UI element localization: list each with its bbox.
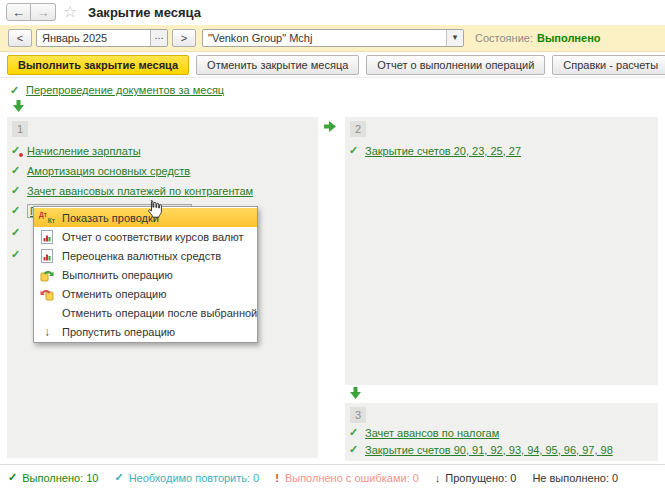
- previous-period-button[interactable]: <: [8, 29, 32, 47]
- menu-item-skip-operation[interactable]: ↓ Пропустить операцию: [34, 322, 257, 341]
- period-toolbar: < Январь 2025 ... > "Venkon Group" Mchj …: [0, 25, 665, 52]
- perform-closing-button[interactable]: Выполнить закрытие месяца: [7, 55, 189, 75]
- status-done-label: Выполнено:: [22, 472, 83, 484]
- window-header: ← → ☆ Закрытие месяца: [0, 0, 665, 25]
- period-value: Январь 2025: [42, 32, 107, 44]
- next-period-button[interactable]: >: [172, 29, 196, 47]
- menu-item-label: Отменить операции после выбранной: [62, 307, 257, 319]
- skip-arrow-icon: ↓: [435, 472, 441, 484]
- done-check-icon: ✓: [8, 471, 17, 484]
- done-check-icon: ✓: [349, 426, 365, 439]
- flow-down-arrow-icon: [13, 100, 24, 112]
- context-menu: ДтКт Показать проводки Отчет о соответст…: [33, 206, 258, 343]
- period-picker-button[interactable]: ...: [150, 30, 167, 46]
- reposting-row: ✓ Перепроведение документов за месяц: [0, 82, 224, 98]
- stage-2-panel: 2 ✓ Закрытие счетов 20, 23, 25, 27: [345, 117, 658, 385]
- reposting-link[interactable]: Перепроведение документов за месяц: [26, 84, 224, 96]
- done-check-icon: ✓: [11, 184, 27, 197]
- forward-icon: →: [37, 5, 50, 20]
- stage-number-badge: 3: [350, 407, 366, 423]
- operation-row: ✓ Амортизация основных средств: [7, 161, 318, 180]
- status-done-value: 10: [86, 472, 98, 484]
- operation-row: ✓ Закрытие счетов 90, 91, 92, 93, 94, 95…: [345, 441, 658, 458]
- stage-number-badge: 2: [350, 121, 366, 137]
- organization-value: "Venkon Group" Mchj: [208, 32, 312, 44]
- skip-operation-icon: ↓: [38, 324, 56, 339]
- status-bar: ✓ Выполнено: 10 ✓ Необходимо повторить: …: [0, 464, 665, 490]
- stage-2-operations: ✓ Закрытие счетов 20, 23, 25, 27: [345, 141, 658, 161]
- operation-link-tax-advances[interactable]: Зачет авансов по налогам: [365, 427, 499, 439]
- operation-link-close-accounts-90[interactable]: Закрытие счетов 90, 91, 92, 93, 94, 95, …: [365, 444, 613, 456]
- status-repeat-value: 0: [253, 472, 259, 484]
- menu-item-currency-rates-report[interactable]: Отчет о соответствии курсов валют: [34, 227, 257, 246]
- operation-row: ✓ Зачет авансовых платежей по контрагент…: [7, 181, 318, 200]
- done-check-icon: ✓: [10, 84, 26, 97]
- status-repeat-label: Необходимо повторить:: [129, 472, 250, 484]
- status-skipped: ↓ Пропущено: 0: [435, 472, 517, 484]
- done-check-icon: ✓: [11, 226, 27, 239]
- menu-item-label: Переоценка валютных средств: [62, 250, 221, 262]
- status-not-done-label: Не выполнено:: [532, 472, 609, 484]
- status-errors-label: Выполнено с ошибками:: [285, 472, 410, 484]
- state-label: Состояние:: [475, 32, 533, 44]
- operation-row: ✓ Начисление зарплаты: [7, 141, 318, 160]
- dtkt-postings-icon: ДтКт: [38, 210, 56, 225]
- done-check-icon: ✓: [11, 204, 27, 217]
- cancel-closing-button[interactable]: Отменить закрытие месяца: [196, 55, 359, 75]
- done-check-icon: ✓: [349, 144, 365, 157]
- status-not-done-value: 0: [612, 472, 618, 484]
- chevron-down-icon[interactable]: ▾: [446, 30, 463, 46]
- stage-number-badge: 1: [12, 121, 28, 137]
- manual-marker-dot: [19, 153, 23, 157]
- status-repeat: ✓ Необходимо повторить: 0: [114, 471, 259, 484]
- certificates-button[interactable]: Справки - расчеты: [552, 55, 665, 75]
- operation-link-close-accounts-20[interactable]: Закрытие счетов 20, 23, 25, 27: [365, 145, 521, 157]
- done-check-icon: ✓: [11, 248, 27, 261]
- flow-down-arrow-icon: [350, 387, 361, 399]
- cancel-operation-icon: [38, 286, 56, 301]
- operation-row: ✓ Закрытие счетов 20, 23, 25, 27: [345, 141, 658, 160]
- empty-icon-spacer: [38, 305, 56, 320]
- flow-right-arrow-icon: [324, 121, 336, 132]
- operation-link-depreciation[interactable]: Амортизация основных средств: [27, 165, 190, 177]
- menu-item-cancel-operation[interactable]: Отменить операцию: [34, 284, 257, 303]
- favorite-star-icon[interactable]: ☆: [63, 2, 77, 21]
- period-input[interactable]: Январь 2025 ...: [36, 29, 168, 47]
- state-value: Выполнено: [537, 32, 601, 44]
- forward-button[interactable]: →: [31, 3, 56, 21]
- menu-item-currency-revaluation[interactable]: Переоценка валютных средств: [34, 246, 257, 265]
- menu-item-label: Выполнить операцию: [62, 269, 173, 281]
- menu-item-label: Отменить операцию: [62, 288, 166, 300]
- page-title: Закрытие месяца: [88, 5, 201, 20]
- status-not-done: Не выполнено: 0: [532, 472, 618, 484]
- done-check-icon: ✓: [349, 443, 365, 456]
- done-check-icon: ✓: [11, 164, 27, 177]
- history-nav-group: ← →: [6, 3, 56, 21]
- operation-link-payroll[interactable]: Начисление зарплаты: [27, 145, 141, 157]
- stage-3-operations: ✓ Зачет авансов по налогам ✓ Закрытие сч…: [345, 424, 658, 458]
- menu-item-cancel-after-selected[interactable]: Отменить операции после выбранной: [34, 303, 257, 322]
- menu-item-label: Отчет о соответствии курсов валют: [62, 231, 244, 243]
- menu-item-label: Показать проводки: [62, 212, 159, 224]
- status-done: ✓ Выполнено: 10: [8, 471, 98, 484]
- organization-select[interactable]: "Venkon Group" Mchj ▾: [202, 29, 464, 47]
- stage-3-panel: 3 ✓ Зачет авансов по налогам ✓ Закрытие …: [345, 403, 658, 461]
- menu-item-perform-operation[interactable]: Выполнить операцию: [34, 265, 257, 284]
- report-icon: [38, 229, 56, 244]
- status-skipped-label: Пропущено:: [445, 472, 507, 484]
- repeat-check-icon: ✓: [114, 471, 123, 484]
- operation-link-advance-offset[interactable]: Зачет авансовых платежей по контрагентам: [27, 185, 253, 197]
- perform-operation-icon: [38, 267, 56, 282]
- done-check-icon: ✓: [11, 144, 27, 157]
- status-skipped-value: 0: [510, 472, 516, 484]
- status-errors-value: 0: [413, 472, 419, 484]
- operations-report-button[interactable]: Отчет о выполнении операций: [366, 55, 545, 75]
- actions-toolbar: Выполнить закрытие месяца Отменить закры…: [0, 52, 665, 78]
- report-icon: [38, 248, 56, 263]
- status-errors: ! Выполнено с ошибками: 0: [275, 472, 419, 484]
- menu-item-label: Пропустить операцию: [62, 326, 175, 338]
- back-button[interactable]: ←: [6, 3, 31, 21]
- hand-cursor-icon: [146, 199, 163, 218]
- operation-row: ✓ Зачет авансов по налогам: [345, 424, 658, 441]
- back-icon: ←: [12, 5, 25, 20]
